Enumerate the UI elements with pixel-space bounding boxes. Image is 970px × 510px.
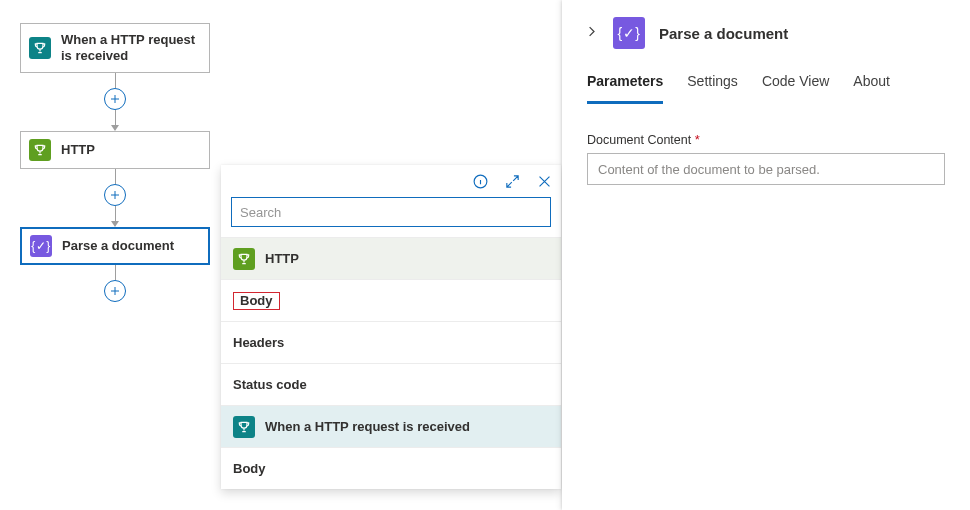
flow-node-http[interactable]: HTTP	[20, 131, 210, 169]
flow-node-trigger[interactable]: When a HTTP request is received	[20, 23, 210, 73]
trophy-icon	[29, 37, 51, 59]
dynamic-content-item-status-code[interactable]: Status code	[221, 363, 561, 405]
arrowhead-icon	[111, 125, 119, 131]
close-icon[interactable]	[535, 172, 553, 190]
panel-tabs: Parameters Settings Code View About	[562, 63, 970, 104]
dynamic-content-section-http[interactable]: HTTP	[221, 237, 561, 279]
curly-braces-icon: {✓}	[613, 17, 645, 49]
tab-settings[interactable]: Settings	[687, 73, 738, 104]
add-action-button[interactable]	[104, 184, 126, 206]
arrowhead-icon	[111, 221, 119, 227]
flow-canvas: When a HTTP request is received HTTP {✓}…	[20, 23, 210, 302]
dynamic-content-item-headers[interactable]: Headers	[221, 321, 561, 363]
flow-node-label: When a HTTP request is received	[61, 32, 201, 65]
field-label: Document Content	[587, 133, 691, 147]
dynamic-content-item-body-2[interactable]: Body	[221, 447, 561, 489]
section-label: When a HTTP request is received	[265, 419, 470, 434]
tab-code-view[interactable]: Code View	[762, 73, 829, 104]
field-document-content: Document Content *	[562, 104, 970, 185]
search-input[interactable]	[231, 197, 551, 227]
add-action-button[interactable]	[104, 88, 126, 110]
highlighted-item: Body	[233, 292, 280, 310]
flow-node-parse-document[interactable]: {✓} Parse a document	[20, 227, 210, 265]
config-panel: {✓} Parse a document Parameters Settings…	[562, 0, 970, 510]
document-content-input[interactable]	[587, 153, 945, 185]
info-icon[interactable]	[471, 172, 489, 190]
flow-node-label: Parse a document	[62, 238, 174, 254]
panel-title: Parse a document	[659, 25, 788, 42]
dynamic-content-item-body[interactable]: Body	[221, 279, 561, 321]
dynamic-content-popup: HTTP Body Headers Status code When a HTT…	[221, 165, 561, 489]
trophy-icon	[233, 416, 255, 438]
required-indicator: *	[695, 132, 700, 147]
item-label: Headers	[233, 335, 284, 350]
popup-toolbar	[221, 165, 561, 193]
tab-about[interactable]: About	[853, 73, 890, 104]
flow-node-label: HTTP	[61, 142, 95, 158]
connector	[20, 265, 210, 302]
item-label: Status code	[233, 377, 307, 392]
panel-header: {✓} Parse a document	[562, 0, 970, 63]
chevron-right-icon[interactable]	[584, 24, 599, 42]
section-label: HTTP	[265, 251, 299, 266]
tab-parameters[interactable]: Parameters	[587, 73, 663, 104]
add-action-button[interactable]	[104, 280, 126, 302]
item-label: Body	[233, 461, 266, 476]
trophy-icon	[29, 139, 51, 161]
dynamic-content-section-trigger[interactable]: When a HTTP request is received	[221, 405, 561, 447]
connector	[20, 73, 210, 131]
expand-icon[interactable]	[503, 172, 521, 190]
connector	[20, 169, 210, 227]
trophy-icon	[233, 248, 255, 270]
curly-braces-icon: {✓}	[30, 235, 52, 257]
